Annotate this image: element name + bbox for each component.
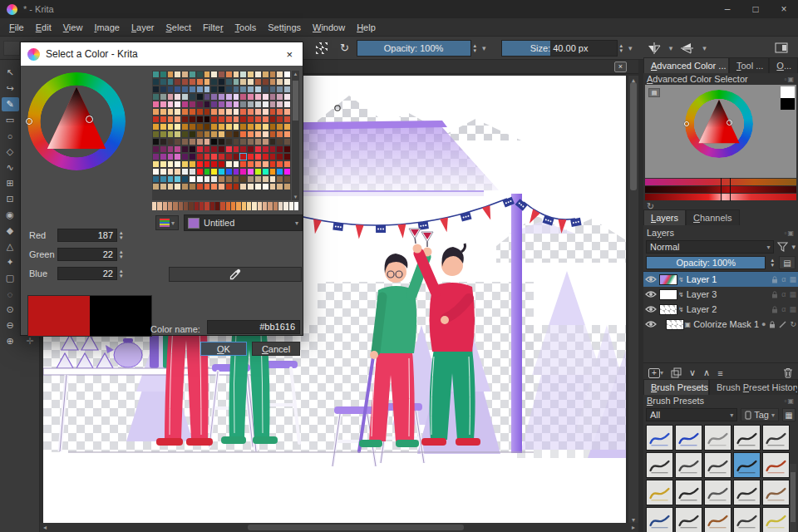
- crop-tool-icon[interactable]: ⊡: [2, 192, 19, 206]
- palette-swatch[interactable]: [218, 116, 225, 123]
- palette-swatch[interactable]: [174, 175, 181, 183]
- palette-swatch[interactable]: [204, 160, 211, 168]
- brush-preset[interactable]: [762, 452, 790, 478]
- palette-swatch[interactable]: [160, 116, 167, 123]
- palette-swatch[interactable]: [254, 131, 262, 138]
- palette-swatch[interactable]: [233, 183, 240, 190]
- palette-swatch[interactable]: [174, 116, 181, 123]
- palette-swatch[interactable]: [218, 93, 225, 101]
- palette-swatch[interactable]: [233, 101, 240, 108]
- palette-swatch[interactable]: [218, 108, 225, 116]
- acs-hue-ring[interactable]: [685, 90, 753, 158]
- palette-swatch[interactable]: [262, 183, 269, 190]
- palette-swatch[interactable]: [233, 86, 240, 93]
- palette-swatch[interactable]: [218, 153, 225, 160]
- palette-swatch[interactable]: [210, 108, 218, 116]
- palette-swatch[interactable]: [262, 108, 269, 116]
- palette-swatch[interactable]: [181, 86, 189, 93]
- palette-swatch[interactable]: [269, 145, 277, 153]
- palette-swatch[interactable]: [181, 168, 189, 175]
- palette-swatch[interactable]: [233, 71, 240, 78]
- ellipse-select-tool-icon[interactable]: ◌: [2, 287, 19, 301]
- palette-swatch[interactable]: [167, 168, 175, 175]
- layer-filter-icon[interactable]: [777, 242, 788, 252]
- palette-swatch[interactable]: [262, 93, 269, 101]
- palette-swatch[interactable]: [204, 153, 211, 160]
- palette-swatch[interactable]: [254, 138, 262, 145]
- polygon-tool-icon[interactable]: ◇: [2, 145, 19, 159]
- menu-image[interactable]: Image: [88, 20, 126, 35]
- palette-swatch[interactable]: [152, 153, 160, 160]
- palette-swatch[interactable]: [218, 183, 225, 190]
- palette-swatch[interactable]: [239, 168, 247, 175]
- palette-swatch[interactable]: [233, 168, 240, 175]
- palette-swatch[interactable]: [262, 86, 269, 93]
- palette-swatch[interactable]: [283, 108, 291, 116]
- palette-swatch[interactable]: [283, 93, 291, 101]
- palette-swatch[interactable]: [160, 123, 167, 131]
- palette-swatch[interactable]: [181, 93, 189, 101]
- palette-swatch[interactable]: [269, 123, 277, 131]
- palette-swatch[interactable]: [283, 168, 291, 175]
- layers-float-icon[interactable]: ▫▣: [785, 229, 795, 237]
- palette-swatch[interactable]: [254, 93, 262, 101]
- palette-swatch[interactable]: [225, 101, 233, 108]
- layer-visibility-icon[interactable]: [645, 305, 657, 313]
- palette-swatch[interactable]: [247, 175, 254, 183]
- palette-swatch[interactable]: [196, 160, 204, 168]
- palette-swatch[interactable]: [218, 131, 225, 138]
- palette-swatch[interactable]: [225, 71, 233, 78]
- green-spinner[interactable]: ▴▾: [117, 249, 126, 259]
- palette-swatch[interactable]: [262, 160, 269, 168]
- palette-swatch[interactable]: [160, 153, 167, 160]
- palette-swatch[interactable]: [189, 145, 196, 153]
- palette-swatch[interactable]: [239, 101, 247, 108]
- palette-swatch[interactable]: [283, 116, 291, 123]
- palette-swatch[interactable]: [189, 160, 196, 168]
- palette-swatch[interactable]: [262, 116, 269, 123]
- tab-channels[interactable]: Channels: [686, 209, 740, 225]
- size-caret[interactable]: ▾: [625, 44, 636, 52]
- layer-visibility-icon[interactable]: [645, 320, 657, 328]
- tab-brush-preset-history[interactable]: Brush Preset History: [709, 379, 798, 395]
- palette-swatch[interactable]: [160, 145, 167, 153]
- preserve-alpha-icon[interactable]: [312, 39, 332, 57]
- palette-swatch[interactable]: [174, 101, 181, 108]
- layer-opacity-spinner[interactable]: ▴▾: [768, 258, 776, 268]
- palette-swatch[interactable]: [167, 145, 175, 153]
- palette-swatch[interactable]: [233, 160, 240, 168]
- palette-swatch[interactable]: [181, 108, 189, 116]
- document-close-icon[interactable]: ×: [614, 62, 627, 72]
- palette-swatch[interactable]: [254, 160, 262, 168]
- palette-swatch[interactable]: [210, 93, 218, 101]
- palette-swatch[interactable]: [254, 153, 262, 160]
- palette-list-button[interactable]: ▾: [155, 215, 179, 230]
- palette-swatch[interactable]: [167, 153, 175, 160]
- palette-swatch[interactable]: [204, 78, 211, 86]
- palette-swatch[interactable]: [196, 168, 204, 175]
- palette-swatch[interactable]: [225, 93, 233, 101]
- palette-swatch[interactable]: [204, 93, 211, 101]
- palette-swatch[interactable]: [167, 183, 175, 190]
- palette-scrollbar[interactable]: ▴ ▾: [292, 71, 299, 200]
- palette-swatch[interactable]: [283, 78, 291, 86]
- palette-swatch[interactable]: [276, 175, 283, 183]
- palette-swatch[interactable]: [225, 86, 233, 93]
- palette-swatch[interactable]: [181, 160, 189, 168]
- palette-swatch[interactable]: [196, 175, 204, 183]
- palette-swatch[interactable]: [204, 138, 211, 145]
- horizontal-scroll-thumb[interactable]: [248, 525, 464, 530]
- palette-swatch[interactable]: [174, 123, 181, 131]
- layer-row-colorize-mask-1[interactable]: ▣Colorize Mask 1●↻: [643, 317, 798, 332]
- palette-swatch[interactable]: [189, 131, 196, 138]
- docker-tab-advanced-color[interactable]: Advanced Color ...: [643, 57, 729, 73]
- palette-swatch[interactable]: [160, 78, 167, 86]
- duplicate-layer-button[interactable]: [671, 367, 682, 378]
- palette-swatch[interactable]: [247, 138, 254, 145]
- palette-swatch[interactable]: [152, 101, 160, 108]
- palette-swatch[interactable]: [189, 153, 196, 160]
- green-input[interactable]: 22: [57, 248, 117, 261]
- palette-swatch[interactable]: [233, 116, 240, 123]
- palette-swatch[interactable]: [160, 71, 167, 78]
- palette-swatch[interactable]: [189, 71, 196, 78]
